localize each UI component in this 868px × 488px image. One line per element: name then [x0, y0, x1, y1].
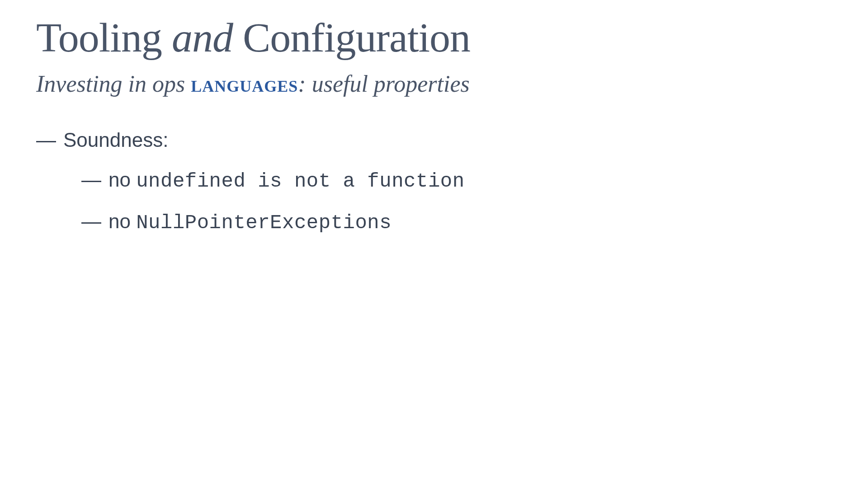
bullet-level2: —no NullPointerExceptions — [81, 206, 832, 239]
bullet-level1: —Soundness: — [36, 124, 832, 156]
slide-title: Tooling and Configuration — [36, 14, 832, 61]
title-italic: and — [172, 14, 233, 61]
slide: Tooling and Configuration Investing in o… — [0, 0, 868, 239]
bullet-dash-icon: — — [81, 164, 101, 196]
subtitle-part1: Investing in ops — [36, 71, 191, 97]
bullet-dash-icon: — — [36, 124, 56, 156]
title-part2: Configuration — [233, 14, 470, 61]
subtitle-part2: : useful properties — [298, 71, 469, 97]
title-part1: Tooling — [36, 14, 172, 61]
bullet-text-prefix: no — [108, 210, 136, 232]
bullet-text-mono: NullPointerExceptions — [136, 211, 392, 234]
bullet-dash-icon: — — [81, 206, 101, 237]
bullet-text-mono: undefined is not a function — [136, 170, 464, 192]
bullet-level2: —no undefined is not a function — [81, 164, 832, 197]
bullet-list: —Soundness: —no undefined is not a funct… — [36, 124, 832, 239]
slide-subtitle: Investing in ops LANGUAGES: useful prope… — [36, 70, 832, 97]
bullet-text: Soundness: — [63, 129, 168, 151]
bullet-text-prefix: no — [108, 169, 136, 191]
subtitle-smallcaps: LANGUAGES — [191, 71, 298, 97]
